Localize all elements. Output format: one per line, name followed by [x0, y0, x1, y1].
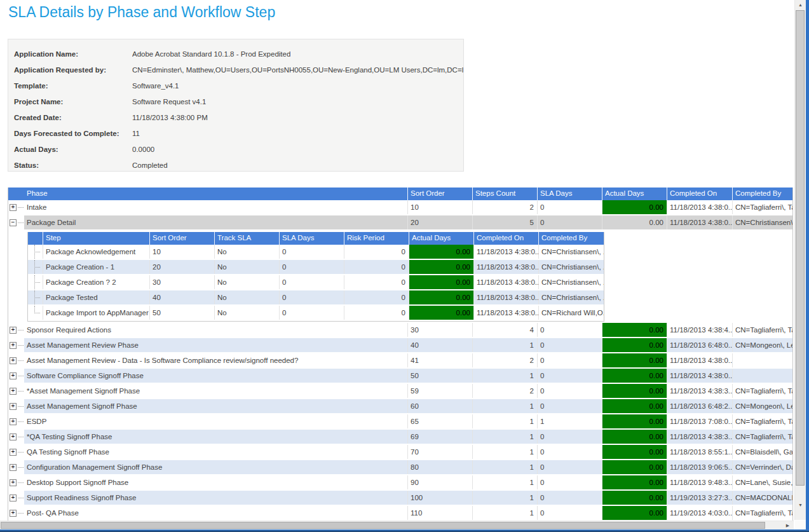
phase-name: Intake: [24, 200, 407, 214]
phase-row[interactable]: + QA Testing Signoff Phase 70 1 0 0.00 1…: [8, 445, 792, 460]
completed-by-value: CN=Tagliaferri\, Ta...: [732, 384, 792, 398]
phase-name: Asset Management Signoff Phase: [24, 399, 407, 413]
expand-toggle-icon[interactable]: +: [10, 403, 17, 410]
phase-row[interactable]: + *QA Testing Signoff Phase 69 1 0 0.00 …: [8, 430, 792, 445]
track-sla-value: No: [214, 260, 279, 274]
step-column-header: Step: [43, 232, 149, 245]
expand-toggle-icon[interactable]: +: [10, 449, 17, 456]
completed-on-value: 11/18/2013 4:38:0...: [473, 290, 538, 304]
phase-table: Phase Sort Order Steps Count SLA Days Ac…: [8, 188, 793, 521]
expand-cell: +: [8, 369, 24, 383]
risk-period-value: 0: [344, 306, 409, 320]
tree-branch-icon: [18, 376, 24, 376]
completed-by-value: [732, 369, 792, 383]
sort-order-value: 65: [407, 414, 472, 428]
expand-toggle-icon[interactable]: +: [10, 433, 17, 440]
phase-row[interactable]: − Package Detail 20 5 0 0.00 11/18/2013 …: [8, 215, 792, 231]
step-row[interactable]: Package Creation - 1 20 No 0 0 0.00 11/1…: [28, 260, 604, 275]
expand-cell: +: [8, 445, 24, 459]
vertical-scrollbar-thumb[interactable]: [796, 10, 805, 486]
expand-toggle-icon[interactable]: +: [10, 494, 17, 501]
expand-toggle-icon[interactable]: +: [10, 464, 17, 471]
info-label: Days Forecasted to Complete:: [14, 130, 132, 137]
expand-cell: +: [8, 384, 24, 398]
phase-row[interactable]: + *Asset Management Signoff Phase 59 2 0…: [8, 384, 792, 399]
actual-days-column-header: Actual Days: [602, 188, 667, 200]
vertical-scrollbar[interactable]: ▲ ▼: [794, 0, 806, 520]
phase-row[interactable]: + Configuration Management Signoff Phase…: [8, 460, 792, 475]
phase-row[interactable]: + Asset Management Review - Data - Is So…: [8, 353, 792, 369]
sla-days-value: 0: [537, 384, 602, 398]
completed-by-value: CN=Mongeon\, Le...: [732, 399, 792, 413]
page-title: SLA Details by Phase and Workflow Step: [8, 4, 275, 21]
scroll-right-arrow-icon[interactable]: ▶: [783, 521, 792, 529]
tree-cell: [28, 306, 43, 320]
phase-name: *QA Testing Signoff Phase: [24, 430, 407, 444]
sort-order-value: 60: [407, 399, 472, 413]
step-row[interactable]: Package Import to AppManager 50 No 0 0 0…: [28, 306, 604, 321]
scroll-down-arrow-icon[interactable]: ▼: [795, 500, 806, 510]
expand-toggle-icon[interactable]: +: [10, 342, 17, 349]
completed-by-value: CN=Tagliaferri\, Ta...: [732, 506, 792, 520]
sort-order-value: 110: [407, 506, 472, 520]
phase-row[interactable]: + Support Readiness Signoff Phase 100 1 …: [8, 491, 792, 506]
info-row: Application Requested by: CN=Edminster\,…: [14, 62, 463, 78]
phase-row[interactable]: + Desktop Support Signoff Phase 90 1 0 0…: [8, 475, 792, 491]
window-border-bottom: [0, 529, 809, 532]
phase-row[interactable]: + Asset Management Signoff Phase 60 1 0 …: [8, 399, 792, 414]
sort-order-value: 69: [407, 430, 472, 444]
completed-by-value: [732, 353, 792, 367]
expand-toggle-icon[interactable]: −: [10, 219, 17, 226]
tree-branch-icon: [18, 406, 24, 407]
step-row[interactable]: Package Acknowledgement 10 No 0 0 0.00 1…: [28, 245, 604, 260]
expand-toggle-icon[interactable]: +: [10, 388, 17, 395]
completed-on-value: 11/18/2013 4:38:4...: [667, 323, 732, 337]
actual-days-status-cell: 0.00: [602, 338, 667, 352]
info-row: Template: Software_v4.1: [14, 78, 463, 93]
sort-order-value: 50: [407, 369, 472, 383]
scroll-up-arrow-icon[interactable]: ▲: [795, 0, 806, 10]
phase-row[interactable]: + Sponsor Required Actions 30 4 0 0.00 1…: [8, 323, 792, 338]
sort-order-value: 20: [407, 215, 472, 229]
expand-toggle-icon[interactable]: +: [10, 510, 17, 517]
phase-name: *Asset Management Signoff Phase: [24, 384, 407, 398]
phase-row[interactable]: + Intake 10 2 0 0.00 11/18/2013 4:38:0..…: [8, 200, 792, 215]
completed-by-value: CN=Christiansen\, ...: [538, 260, 604, 274]
tree-branch-icon: [18, 391, 24, 392]
completed-on-value: 11/18/2013 4:38:0...: [473, 260, 538, 274]
info-label: Status:: [14, 161, 132, 169]
phase-row[interactable]: + Software Compliance Signoff Phase 50 1…: [8, 369, 792, 384]
steps-count-value: 5: [472, 215, 537, 229]
tree-branch-icon: [18, 330, 24, 331]
step-row[interactable]: Package Tested 40 No 0 0 0.00 11/18/2013…: [28, 290, 604, 306]
completed-by-value: CN=Lane\, Susie,O...: [732, 475, 792, 489]
horizontal-scrollbar-thumb[interactable]: [1, 522, 765, 529]
expand-toggle-icon[interactable]: +: [10, 418, 17, 425]
steps-count-value: 1: [472, 460, 537, 474]
completed-on-column-header: Completed On: [473, 232, 538, 245]
completed-by-value: CN=Mongeon\, Le...: [732, 338, 792, 352]
sort-order-value: 59: [407, 384, 472, 398]
expand-toggle-icon[interactable]: +: [10, 372, 17, 379]
info-value: 0.0000: [132, 146, 154, 153]
phase-row[interactable]: + Post- QA Phase 110 1 0 0.00 11/19/2013…: [8, 506, 792, 521]
phase-row[interactable]: + ESDP 65 1 1 0.00 11/18/2013 7:08:0... …: [8, 414, 792, 430]
expand-toggle-icon[interactable]: +: [10, 357, 17, 364]
expand-cell: +: [8, 491, 24, 505]
sort-order-value: 90: [407, 475, 472, 489]
step-row[interactable]: Package Creation ? 2 30 No 0 0 0.00 11/1…: [28, 275, 604, 290]
phase-row[interactable]: + Asset Management Review Phase 40 1 0 0…: [8, 338, 792, 353]
actual-days-status-cell: 0.00: [602, 506, 667, 520]
expand-cell: +: [8, 506, 24, 520]
info-row: Application Name: Adobe Acrobat Standard…: [14, 46, 463, 62]
horizontal-scrollbar[interactable]: ▶: [0, 521, 794, 529]
expand-toggle-icon[interactable]: +: [10, 204, 17, 211]
sla-days-value: 0: [279, 260, 344, 274]
info-label: Template:: [14, 82, 132, 90]
tree-branch-icon: [18, 498, 24, 498]
expand-toggle-icon[interactable]: +: [10, 327, 17, 334]
info-row: Actual Days: 0.0000: [14, 141, 463, 157]
expand-toggle-icon[interactable]: +: [10, 479, 17, 486]
expand-column-header: [8, 188, 24, 200]
step-name: Package Import to AppManager: [43, 306, 149, 320]
